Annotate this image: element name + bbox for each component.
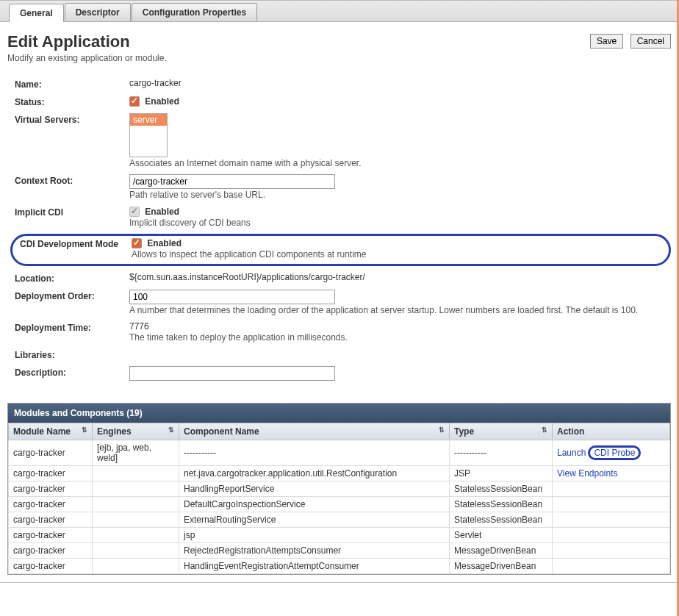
cell-module: cargo-tracker [9,440,93,465]
table-row: cargo-trackerHandlingReportServiceStatel… [9,481,670,496]
location-value: ${com.sun.aas.instanceRootURI}/applicati… [129,272,671,282]
tab-configuration-properties[interactable]: Configuration Properties [132,3,257,21]
sort-icon: ⇅ [168,426,174,434]
context-root-hint: Path relative to server's base URL. [129,190,671,200]
view-endpoints-link[interactable]: View Endpoints [557,468,618,479]
implicit-cdi-value: Enabled [145,207,179,217]
cdi-dev-highlight: CDI Development Mode Enabled Allows to i… [10,234,671,266]
sort-icon: ⇅ [439,426,445,434]
context-root-label: Context Root: [15,174,129,186]
virtual-servers-listbox[interactable]: server [129,113,168,157]
cdi-dev-hint: Allows to inspect the application CDI co… [132,249,663,259]
tab-descriptor[interactable]: Descriptor [65,3,131,21]
modules-table-title: Modules and Components (19) [8,404,670,423]
cdi-probe-link[interactable]: CDI Probe [594,448,635,458]
deployment-order-input[interactable] [129,290,335,304]
cell-type: StatelessSessionBean [450,481,553,496]
tab-bar: General Descriptor Configuration Propert… [0,1,678,22]
context-root-input[interactable] [129,174,335,189]
page-title: Edit Application [7,32,167,51]
cell-module: cargo-tracker [9,481,93,496]
status-value: Enabled [145,96,179,107]
cell-component: RejectedRegistrationAttemptsConsumer [179,542,450,558]
table-row: cargo-trackerExternalRoutingServiceState… [9,512,670,527]
cell-component: HandlingEventRegistrationAttemptConsumer [179,558,450,573]
table-row: cargo-tracker[ejb, jpa, web, weld]------… [9,440,670,465]
table-row: cargo-trackerHandlingEventRegistrationAt… [9,558,670,573]
th-module-name[interactable]: Module Name ⇅ [9,423,93,440]
deployment-order-hint: A number that determines the loading ord… [129,305,671,315]
cell-type: ----------- [450,440,553,465]
page-subtitle: Modify an existing application or module… [7,53,167,63]
cell-component: ----------- [179,440,450,465]
th-action: Action [553,423,670,440]
deployment-time-label: Deployment Time: [15,321,129,333]
cdi-probe-highlight: CDI Probe [588,445,641,460]
cell-type: Servlet [450,527,553,542]
cell-action [553,558,670,573]
cdi-dev-value: Enabled [147,238,182,248]
cell-component: jsp [179,527,450,542]
name-label: Name: [15,78,129,90]
cell-type: MessageDrivenBean [450,558,553,573]
virtual-servers-hint: Associates an Internet domain name with … [129,158,671,168]
cell-component: DefaultCargoInspectionService [179,496,450,512]
status-checkbox[interactable] [129,96,140,107]
deployment-time-hint: The time taken to deploy the application… [129,332,671,343]
cell-module: cargo-tracker [9,512,93,527]
table-row: cargo-trackernet.java.cargotracker.appli… [9,465,670,481]
cdi-dev-checkbox[interactable] [132,238,142,248]
cell-module: cargo-tracker [9,465,93,481]
cell-type: StatelessSessionBean [450,496,553,512]
tab-general[interactable]: General [9,4,64,22]
cell-component: HandlingReportService [179,481,450,496]
th-engines[interactable]: Engines ⇅ [93,423,179,440]
cancel-button[interactable]: Cancel [630,34,671,49]
deployment-order-label: Deployment Order: [15,290,129,301]
modules-table: Module Name ⇅ Engines ⇅ Component Name ⇅… [8,423,670,574]
cell-engines: [ejb, jpa, web, weld] [93,440,179,465]
cell-engines [93,542,179,558]
virtual-servers-item[interactable]: server [130,114,167,126]
th-component-name[interactable]: Component Name ⇅ [179,423,450,440]
cell-module: cargo-tracker [9,496,93,512]
implicit-cdi-label: Implicit CDI [15,206,129,218]
table-row: cargo-trackerjspServlet [9,527,670,542]
cell-action: LaunchCDI Probe [553,440,670,465]
cell-engines [93,558,179,573]
cell-engines [93,465,179,481]
cell-component: ExternalRoutingService [179,512,450,527]
launch-link[interactable]: Launch [557,448,586,458]
cell-engines [93,481,179,496]
cell-action [553,527,670,542]
implicit-cdi-hint: Implicit discovery of CDI beans [129,218,671,228]
th-type[interactable]: Type ⇅ [450,423,553,440]
cell-module: cargo-tracker [9,542,93,558]
description-label: Description: [15,366,129,378]
status-label: Status: [15,96,129,107]
libraries-label: Libraries: [15,348,129,360]
deployment-time-value: 7776 [129,321,671,332]
sort-icon: ⇅ [82,426,87,434]
table-row: cargo-trackerRejectedRegistrationAttempt… [9,542,670,558]
cell-action [553,496,670,512]
save-button[interactable]: Save [590,34,623,49]
cell-type: JSP [450,465,553,481]
cell-component: net.java.cargotracker.application.util.R… [179,465,450,481]
cell-module: cargo-tracker [9,558,93,573]
name-value: cargo-tracker [129,78,671,88]
cell-action [553,542,670,558]
cell-type: StatelessSessionBean [450,512,553,527]
cell-action [553,512,670,527]
cell-engines [93,496,179,512]
location-label: Location: [15,272,129,284]
table-row: cargo-trackerDefaultCargoInspectionServi… [9,496,670,512]
cell-engines [93,527,179,542]
description-input[interactable] [129,366,335,381]
cell-module: cargo-tracker [9,527,93,542]
cell-type: MessageDrivenBean [450,542,553,558]
virtual-servers-label: Virtual Servers: [15,113,129,125]
cell-action [553,481,670,496]
sort-icon: ⇅ [542,426,547,434]
modules-table-section: Modules and Components (19) Module Name … [7,403,671,575]
